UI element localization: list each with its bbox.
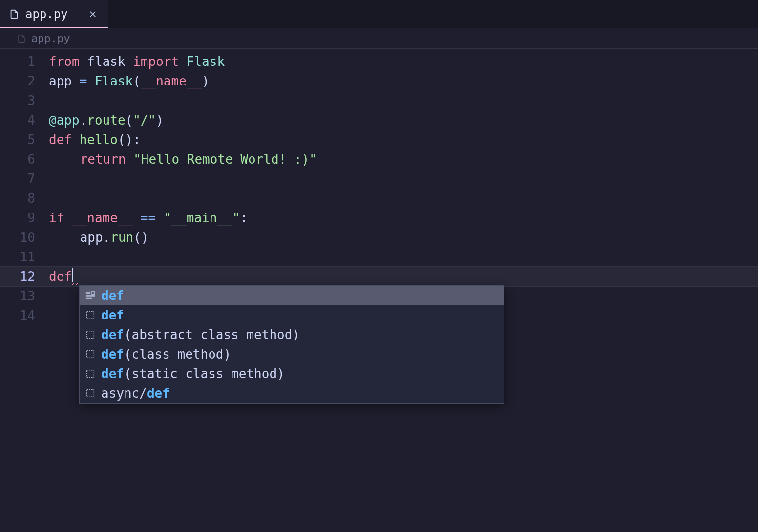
tab-label: app.py xyxy=(25,7,68,21)
token: from xyxy=(49,54,87,69)
svg-rect-1 xyxy=(86,295,95,296)
file-icon xyxy=(9,9,20,20)
code-line[interactable]: 2app = Flask(__name__) xyxy=(0,71,758,91)
code-line[interactable]: 1from flask import Flask xyxy=(0,52,758,71)
svg-rect-2 xyxy=(86,298,92,299)
tab-app-py[interactable]: app.py xyxy=(0,0,108,28)
token: return xyxy=(80,152,134,167)
breadcrumb[interactable]: app.py xyxy=(0,28,758,49)
keyword-icon xyxy=(84,290,96,301)
code-line[interactable]: 10 app.run() xyxy=(0,228,758,247)
suggestion-item[interactable]: async/def xyxy=(80,383,504,403)
svg-rect-8 xyxy=(87,390,94,397)
line-number: 3 xyxy=(0,91,49,110)
tab-bar: app.py xyxy=(0,0,758,28)
svg-rect-0 xyxy=(86,293,90,294)
token: __name__ xyxy=(141,74,202,88)
token: "__main__" xyxy=(164,211,240,225)
code-line[interactable]: 12def xyxy=(0,267,758,286)
token: . xyxy=(80,113,87,128)
token: ) xyxy=(156,113,164,128)
line-number: 11 xyxy=(0,247,49,267)
breadcrumb-label: app.py xyxy=(31,32,70,44)
close-icon[interactable] xyxy=(88,10,97,19)
token: import xyxy=(133,54,187,69)
code-line[interactable]: 11 xyxy=(0,247,758,267)
code-editor[interactable]: 1from flask import Flask2app = Flask(__n… xyxy=(0,49,758,325)
token: == xyxy=(141,211,164,225)
svg-rect-3 xyxy=(91,292,94,295)
token: def xyxy=(49,132,80,147)
line-number: 9 xyxy=(0,208,49,228)
code-line[interactable]: 9if __name__ == "__main__": xyxy=(0,208,758,228)
svg-rect-4 xyxy=(87,312,94,319)
suggestion-item[interactable]: def(class method) xyxy=(80,344,504,364)
suggestion-label: def xyxy=(101,286,124,305)
token: "/" xyxy=(133,113,156,128)
snippet-icon xyxy=(84,309,96,321)
svg-rect-5 xyxy=(87,331,94,339)
line-number: 5 xyxy=(0,130,49,149)
token: flask xyxy=(87,54,133,69)
token: . xyxy=(103,230,111,245)
code-content[interactable]: if __name__ == "__main__": xyxy=(49,208,758,228)
code-line[interactable]: 3 xyxy=(0,91,758,110)
token: () xyxy=(133,230,148,245)
line-number: 2 xyxy=(0,71,49,91)
suggestion-label: def(class method) xyxy=(101,344,231,364)
token: route xyxy=(87,113,125,128)
token: = xyxy=(80,74,95,88)
code-content[interactable]: from flask import Flask xyxy=(49,52,758,71)
snippet-icon xyxy=(84,387,96,399)
line-number: 12 xyxy=(0,267,49,286)
token: "Hello Remote World! :)" xyxy=(133,152,317,167)
code-content[interactable]: app = Flask(__name__) xyxy=(49,71,758,91)
code-content[interactable]: @app.route("/") xyxy=(49,110,758,130)
code-content[interactable]: return "Hello Remote World! :)" xyxy=(49,149,758,169)
suggestion-item[interactable]: def(static class method) xyxy=(80,364,504,383)
error-squiggle xyxy=(70,283,79,285)
code-content[interactable]: def xyxy=(49,267,758,286)
code-line[interactable]: 7 xyxy=(0,169,758,189)
token: ( xyxy=(126,113,133,128)
code-line[interactable]: 6 return "Hello Remote World! :)" xyxy=(0,149,758,169)
line-number: 14 xyxy=(0,306,49,325)
token: (): xyxy=(118,132,141,147)
snippet-icon xyxy=(84,368,96,380)
suggestion-label: async/def xyxy=(101,383,170,403)
token: Flask xyxy=(95,74,133,88)
code-line[interactable]: 5def hello(): xyxy=(0,130,758,149)
code-content[interactable]: def hello(): xyxy=(49,130,758,149)
suggestion-label: def(static class method) xyxy=(101,364,285,383)
suggestion-item[interactable]: def xyxy=(80,305,504,325)
snippet-icon xyxy=(84,348,96,360)
token: ( xyxy=(133,74,141,88)
line-number: 1 xyxy=(0,52,49,71)
line-number: 6 xyxy=(0,149,49,169)
intellisense-popup[interactable]: defdefdef(abstract class method)def(clas… xyxy=(79,285,504,404)
suggestion-label: def xyxy=(101,305,124,325)
line-number: 10 xyxy=(0,228,49,247)
token: app xyxy=(80,230,103,245)
line-number: 7 xyxy=(0,169,49,189)
suggestion-item[interactable]: def xyxy=(80,286,504,305)
code-content[interactable]: app.run() xyxy=(49,228,758,247)
token: Flask xyxy=(187,54,225,69)
suggestion-item[interactable]: def(abstract class method) xyxy=(80,325,504,344)
indent-guide xyxy=(49,228,49,247)
code-line[interactable]: 13defdefdef(abstract class method)def(cl… xyxy=(0,286,758,306)
suggestion-label: def(abstract class method) xyxy=(101,325,300,344)
token: run xyxy=(110,230,133,245)
line-number: 13 xyxy=(0,286,49,306)
token: __name__ xyxy=(72,211,141,225)
line-number: 4 xyxy=(0,110,49,130)
token: def xyxy=(49,269,72,284)
code-line[interactable]: 8 xyxy=(0,189,758,208)
code-line[interactable]: 4@app.route("/") xyxy=(0,110,758,130)
svg-rect-6 xyxy=(87,351,94,358)
token: hello xyxy=(80,132,118,147)
token: : xyxy=(240,211,248,225)
svg-rect-7 xyxy=(87,370,94,378)
indent-guide xyxy=(49,149,49,169)
token: app xyxy=(49,74,80,88)
